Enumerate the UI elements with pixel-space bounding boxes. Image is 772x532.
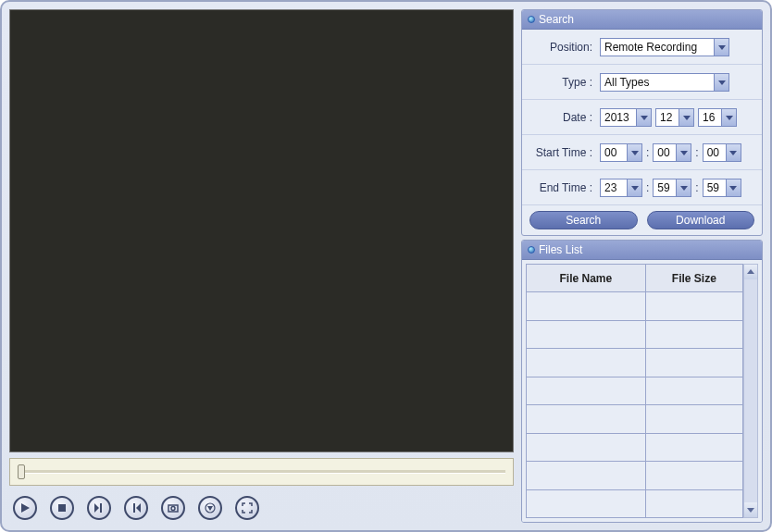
row-end-time: End Time : 23 : 59 : 59	[522, 170, 762, 205]
files-body: File Name File Size	[522, 260, 762, 522]
files-panel: Files List File Name File Size	[521, 240, 763, 523]
speed-down-button[interactable]	[198, 496, 222, 520]
chevron-down-icon	[676, 144, 691, 161]
svg-marker-22	[747, 508, 754, 513]
position-select[interactable]: Remote Recording	[600, 38, 729, 56]
search-form: Position: Remote Recording Type : All Ty…	[522, 30, 762, 235]
end-min-value: 59	[657, 181, 669, 194]
start-min-value: 00	[657, 146, 669, 159]
table-row[interactable]	[527, 292, 743, 320]
date-label: Date :	[529, 111, 596, 124]
files-scrollbar[interactable]	[743, 264, 758, 518]
files-table: File Name File Size	[526, 264, 743, 518]
bullet-icon	[528, 16, 535, 23]
start-min-select[interactable]: 00	[653, 143, 691, 162]
end-min-select[interactable]: 59	[653, 179, 691, 197]
table-row[interactable]	[527, 433, 743, 461]
position-value: Remote Recording	[604, 41, 697, 54]
svg-marker-17	[729, 151, 737, 155]
svg-rect-1	[58, 504, 66, 512]
type-select[interactable]: All Types	[600, 73, 729, 92]
table-row[interactable]	[527, 489, 743, 518]
files-panel-title: Files List	[539, 243, 582, 256]
date-day-select[interactable]: 16	[698, 108, 737, 127]
svg-marker-5	[136, 503, 141, 513]
fullscreen-button[interactable]	[235, 496, 259, 520]
search-buttons-row: Search Download	[522, 205, 762, 235]
colon: :	[646, 146, 649, 159]
date-year-value: 2013	[604, 111, 629, 124]
timeline-container	[9, 458, 514, 486]
svg-rect-4	[133, 503, 135, 513]
type-value: All Types	[604, 76, 649, 89]
table-row[interactable]	[527, 405, 743, 433]
table-row[interactable]	[527, 377, 743, 404]
svg-marker-10	[718, 45, 726, 50]
chevron-down-icon	[627, 179, 641, 196]
bullet-icon	[528, 246, 535, 254]
start-time-label: Start Time :	[529, 146, 596, 159]
position-label: Position:	[529, 41, 596, 54]
seek-track[interactable]	[18, 470, 505, 474]
end-sec-select[interactable]: 59	[703, 179, 741, 197]
snapshot-button[interactable]	[161, 496, 185, 520]
date-month-select[interactable]: 12	[655, 108, 694, 127]
chevron-down-icon	[726, 144, 741, 161]
end-hour-value: 23	[604, 181, 616, 194]
playback-controls	[9, 486, 514, 523]
chevron-down-icon	[721, 109, 736, 126]
start-hour-value: 00	[604, 146, 616, 159]
chevron-down-icon	[676, 179, 691, 196]
start-hour-select[interactable]: 00	[600, 143, 642, 162]
svg-marker-9	[207, 506, 213, 511]
search-button[interactable]: Search	[529, 211, 638, 229]
search-panel-header: Search	[522, 10, 762, 30]
chevron-down-icon	[679, 109, 693, 126]
svg-marker-13	[683, 116, 691, 120]
type-label: Type :	[529, 76, 596, 89]
svg-marker-18	[631, 186, 639, 191]
start-sec-select[interactable]: 00	[703, 143, 741, 162]
next-frame-button[interactable]	[87, 496, 111, 520]
svg-marker-2	[94, 503, 99, 513]
svg-marker-20	[729, 186, 737, 191]
svg-point-7	[171, 507, 175, 511]
files-panel-header: Files List	[522, 241, 762, 260]
svg-marker-11	[718, 80, 726, 85]
end-hour-select[interactable]: 23	[600, 179, 642, 197]
table-header-row: File Name File Size	[527, 265, 743, 292]
table-row[interactable]	[527, 320, 743, 348]
table-row[interactable]	[527, 462, 743, 489]
row-date: Date : 2013 12 16	[522, 100, 762, 135]
chevron-down-icon	[636, 109, 651, 126]
scroll-down-button[interactable]	[744, 502, 757, 517]
colon: :	[695, 181, 698, 194]
side-panel: Search Position: Remote Recording Type :…	[521, 9, 763, 523]
chevron-down-icon	[714, 74, 728, 91]
prev-frame-button[interactable]	[124, 496, 148, 520]
start-sec-value: 00	[707, 146, 719, 159]
search-panel-title: Search	[539, 13, 574, 26]
row-position: Position: Remote Recording	[522, 30, 762, 65]
svg-marker-19	[680, 186, 688, 191]
row-type: Type : All Types	[522, 65, 762, 100]
search-panel: Search Position: Remote Recording Type :…	[521, 9, 763, 236]
date-year-select[interactable]: 2013	[600, 108, 652, 127]
seek-thumb[interactable]	[18, 464, 25, 479]
chevron-down-icon	[714, 39, 728, 56]
colon: :	[695, 146, 698, 159]
svg-marker-21	[747, 269, 754, 274]
end-time-label: End Time :	[529, 181, 596, 194]
play-button[interactable]	[13, 496, 37, 520]
stop-button[interactable]	[50, 496, 74, 520]
table-row[interactable]	[527, 349, 743, 377]
svg-marker-14	[726, 116, 733, 120]
download-button[interactable]: Download	[647, 211, 755, 229]
chevron-down-icon	[726, 179, 741, 196]
row-start-time: Start Time : 00 : 00 : 00	[522, 135, 762, 170]
player-panel	[9, 9, 514, 523]
col-file-name: File Name	[527, 265, 646, 292]
scroll-up-button[interactable]	[744, 265, 757, 279]
svg-rect-3	[100, 503, 102, 513]
video-viewport[interactable]	[9, 9, 514, 452]
